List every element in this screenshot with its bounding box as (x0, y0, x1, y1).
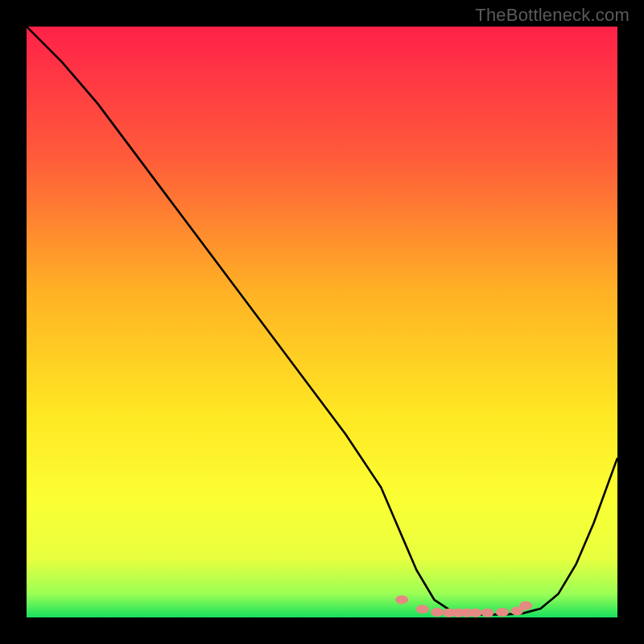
chart-stage: TheBottleneck.com (0, 0, 644, 644)
watermark-text: TheBottleneck.com (475, 5, 630, 26)
svg-point-6 (469, 609, 482, 617)
svg-point-7 (481, 609, 494, 617)
svg-point-2 (431, 608, 444, 617)
svg-point-0 (395, 595, 408, 604)
svg-point-1 (416, 605, 429, 613)
svg-point-8 (496, 608, 509, 617)
plot-area (27, 27, 617, 617)
gradient-background (27, 27, 617, 617)
svg-point-10 (519, 601, 532, 610)
bottleneck-chart (27, 27, 617, 617)
